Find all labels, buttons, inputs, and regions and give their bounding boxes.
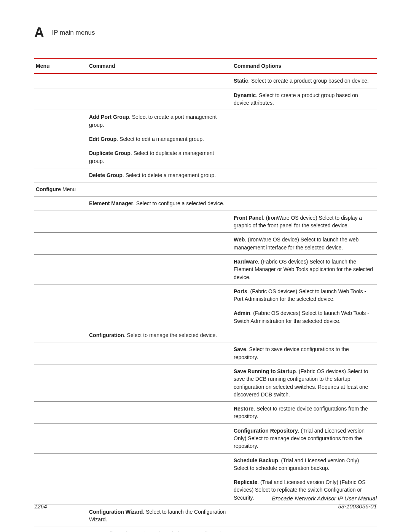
cell-menu: [34, 527, 88, 532]
option-text: . (IronWare OS device) Select to launch …: [234, 236, 358, 250]
option-text: . Select to save device configurations t…: [234, 346, 349, 360]
cell-options: Admin. (Fabric OS devices) Select to lau…: [232, 306, 377, 328]
cell-options: Save Running to Startup. (Fabric OS devi…: [232, 364, 377, 401]
cell-command: Add Port Group. Select to create a port …: [88, 110, 232, 132]
table-row: Restore. Select to restore device config…: [34, 402, 377, 424]
option-bold: Dynamic: [234, 92, 256, 98]
cell-options: Save. Select to save device configuratio…: [232, 342, 377, 364]
table-row: Front Panel. (IronWare OS device) Select…: [34, 211, 377, 233]
cell-menu: Configure Menu: [34, 182, 88, 197]
option-bold: Save Running to Startup: [234, 368, 296, 374]
table-row: Delete Group. Select to delete a managem…: [34, 168, 377, 182]
command-bold: Add Port Group: [89, 114, 129, 120]
cell-menu: [34, 453, 88, 475]
cell-command: [88, 342, 232, 364]
cell-menu: [34, 284, 88, 306]
cell-options: [232, 110, 377, 132]
cell-menu: [34, 402, 88, 424]
command-bold: Duplicate Group: [89, 150, 131, 156]
cell-command: [88, 73, 232, 88]
cell-command: Configuration. Select to manage the sele…: [88, 328, 232, 342]
command-bold: Delete Group: [89, 172, 123, 178]
page-number: 1264: [34, 502, 47, 511]
cell-command: [88, 306, 232, 328]
option-text: . (Fabric OS devices) Select to launch W…: [234, 288, 366, 302]
option-bold: Save: [234, 346, 246, 352]
cell-command: CLI Configuration. Select to launch the …: [88, 527, 232, 532]
option-bold: Web: [234, 236, 245, 243]
cell-command: [88, 88, 232, 110]
cell-options: [232, 132, 377, 146]
cell-menu: [34, 364, 88, 401]
table-row: Configuration Repository. (Trial and Lic…: [34, 423, 377, 453]
option-bold: Static: [234, 78, 248, 84]
table-row: Schedule Backup. (Trial and Licensed ver…: [34, 453, 377, 475]
cell-options: Web. (IronWare OS device) Select to laun…: [232, 233, 377, 255]
table-row: Static. Select to create a product group…: [34, 73, 377, 88]
cell-command: [88, 423, 232, 453]
command-bold: Configuration: [89, 332, 124, 338]
page-footer: 1264 Brocade Network Advisor IP User Man…: [34, 494, 377, 511]
command-bold: Element Manager: [89, 200, 133, 206]
doc-number: 53-1003056-01: [272, 502, 377, 511]
cell-command: [88, 182, 232, 197]
menu-table: Menu Command Command Options Static. Sel…: [34, 58, 377, 532]
command-bold: Edit Group: [89, 136, 116, 142]
cell-command: [88, 364, 232, 401]
cell-menu: [34, 110, 88, 132]
cell-menu: [34, 132, 88, 146]
cell-menu: [34, 306, 88, 328]
page: A IP main menus Menu Command Command Opt…: [0, 0, 411, 532]
option-text: . (Fabric OS devices) Select to launch W…: [234, 310, 369, 324]
cell-options: [232, 328, 377, 342]
menu-text: Menu: [61, 186, 76, 192]
command-text: . Select to delete a management group.: [123, 172, 216, 178]
option-bold: Hardware: [234, 259, 258, 265]
option-bold: Front Panel: [234, 215, 263, 221]
table-row: Save Running to Startup. (Fabric OS devi…: [34, 364, 377, 401]
table-row: Add Port Group. Select to create a port …: [34, 110, 377, 132]
appendix-letter: A: [34, 23, 45, 43]
cell-menu: [34, 168, 88, 182]
table-row: Admin. (Fabric OS devices) Select to lau…: [34, 306, 377, 328]
table-row: Configure Menu: [34, 182, 377, 197]
cell-menu: [34, 211, 88, 233]
option-bold: Schedule Backup: [234, 457, 278, 463]
table-row: Dynamic. Select to create a product grou…: [34, 88, 377, 110]
cell-menu: [34, 423, 88, 453]
cell-command: [88, 233, 232, 255]
cell-options: [232, 197, 377, 211]
th-menu: Menu: [34, 58, 88, 73]
command-text: . Select to manage the selected device.: [124, 332, 217, 338]
menu-bold: Configure: [36, 186, 61, 192]
th-options: Command Options: [232, 58, 377, 73]
cell-command: [88, 254, 232, 284]
table-row: Web. (IronWare OS device) Select to laun…: [34, 233, 377, 255]
cell-options: Schedule Backup. (Trial and Licensed ver…: [232, 453, 377, 475]
cell-options: Configuration Repository. (Trial and Lic…: [232, 423, 377, 453]
book-title: Brocade Network Advisor IP User Manual: [272, 494, 377, 503]
table-row: Ports. (Fabric OS devices) Select to lau…: [34, 284, 377, 306]
command-text: . Select to edit a management group.: [116, 136, 204, 142]
cell-options: [232, 168, 377, 182]
cell-menu: [34, 233, 88, 255]
cell-command: [88, 211, 232, 233]
cell-options: [232, 182, 377, 197]
cell-options: [232, 146, 377, 168]
table-row: Edit Group. Select to edit a management …: [34, 132, 377, 146]
table-row: Configuration. Select to manage the sele…: [34, 328, 377, 342]
cell-command: Element Manager. Select to configure a s…: [88, 197, 232, 211]
table-row: Duplicate Group. Select to duplicate a m…: [34, 146, 377, 168]
cell-menu: [34, 73, 88, 88]
cell-options: [232, 527, 377, 532]
cell-menu: [34, 88, 88, 110]
section-heading: A IP main menus: [34, 23, 377, 43]
option-bold: Ports: [234, 288, 247, 294]
cell-menu: [34, 328, 88, 342]
cell-options: Ports. (Fabric OS devices) Select to lau…: [232, 284, 377, 306]
section-title: IP main menus: [52, 28, 95, 38]
cell-options: Dynamic. Select to create a product grou…: [232, 88, 377, 110]
option-bold: Replicate: [234, 479, 257, 485]
option-text: . Select to create a product group based…: [248, 78, 369, 84]
cell-command: Duplicate Group. Select to duplicate a m…: [88, 146, 232, 168]
